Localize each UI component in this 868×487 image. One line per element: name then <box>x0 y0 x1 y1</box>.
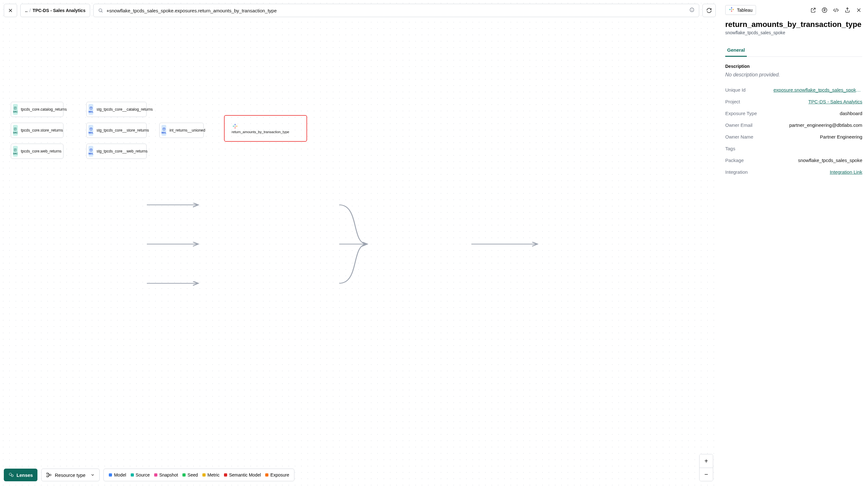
node-exposure-return-amounts[interactable]: return_amounts_by_transaction_type <box>231 123 289 134</box>
node-model-stg-web[interactable]: MDL stg_tpcds_core__web_returns <box>86 143 147 159</box>
search-info-icon[interactable] <box>689 7 694 13</box>
lineage-search-input[interactable]: +snowflake_tpcds_sales_spoke.exposures.r… <box>93 4 699 17</box>
zoom-out-button[interactable]: − <box>700 468 713 481</box>
details-subtitle: snowflake_tpcds_sales_spoke <box>725 30 862 35</box>
legend-item-metric: Metric <box>203 473 220 478</box>
tableau-icon <box>729 7 735 13</box>
node-label: int_returns__unioned <box>169 128 205 133</box>
svg-point-5 <box>9 473 12 476</box>
model-badge: MDL <box>89 125 93 136</box>
kv-owner-email: Owner Email partner_engineering@dbtlabs.… <box>725 119 862 131</box>
close-icon <box>8 8 13 13</box>
details-title: return_amounts_by_transaction_type <box>725 20 862 29</box>
legend-swatch <box>203 474 206 477</box>
node-label: return_amounts_by_transaction_type <box>231 130 289 134</box>
search-icon <box>98 8 103 13</box>
node-label: stg_tpcds_core__catalog_returns <box>96 107 153 111</box>
zoom-controls: + − <box>699 454 713 481</box>
kv-project: Project TPC-DS - Sales Analytics <box>725 96 862 107</box>
code-button[interactable] <box>833 7 839 13</box>
legend-label: Model <box>114 473 126 478</box>
node-source-catalog-returns[interactable]: SRC tpcds_core.catalog_returns <box>11 102 63 117</box>
kv-owner-name: Owner Name Partner Engineering <box>725 131 862 143</box>
refresh-button[interactable] <box>703 4 716 17</box>
legend-swatch <box>131 474 134 477</box>
source-badge: SRC <box>13 125 18 136</box>
source-badge: SRC <box>13 146 18 157</box>
svg-point-0 <box>99 9 102 12</box>
close-panel-button[interactable] <box>855 7 862 13</box>
section-description-label: Description <box>725 64 862 69</box>
share-button[interactable] <box>844 7 851 13</box>
lenses-label: Lenses <box>17 473 33 478</box>
node-exposure-selected-frame: return_amounts_by_transaction_type <box>224 115 307 142</box>
svg-point-10 <box>822 8 827 12</box>
open-external-button[interactable] <box>810 7 816 13</box>
zoom-in-button[interactable]: + <box>700 454 713 468</box>
resource-type-legend: ModelSourceSnapshotSeedMetricSemantic Mo… <box>103 468 294 481</box>
legend-item-model: Model <box>109 473 126 478</box>
legend-item-source: Source <box>131 473 150 478</box>
svg-rect-8 <box>46 476 48 477</box>
breadcrumb[interactable]: .. / TPC-DS - Sales Analytics <box>20 4 90 17</box>
legend-swatch <box>109 474 112 477</box>
legend-swatch <box>182 474 186 477</box>
legend-label: Source <box>136 473 150 478</box>
resource-type-dropdown[interactable]: Resource type <box>41 468 100 481</box>
breadcrumb-separator: / <box>30 8 31 13</box>
model-badge: MDL <box>161 125 166 136</box>
legend-label: Exposure <box>270 473 289 478</box>
svg-rect-9 <box>50 474 51 476</box>
resource-type-label: Resource type <box>55 473 86 478</box>
legend-swatch <box>154 474 157 477</box>
breadcrumb-prefix: .. <box>25 8 28 13</box>
legend-item-seed: Seed <box>182 473 198 478</box>
compass-button[interactable] <box>821 7 828 13</box>
kv-tags: Tags <box>725 143 862 154</box>
node-source-store-returns[interactable]: SRC tpcds_core.store_returns <box>11 123 63 138</box>
project-link[interactable]: TPC-DS - Sales Analytics <box>808 99 862 104</box>
integration-pill[interactable]: Tableau <box>725 5 756 15</box>
node-label: tpcds_core.catalog_returns <box>21 107 67 111</box>
node-label: tpcds_core.store_returns <box>21 128 63 133</box>
integration-link[interactable]: Integration Link <box>830 169 862 175</box>
breadcrumb-project: TPC-DS - Sales Analytics <box>33 8 86 13</box>
legend-item-exposure: Exposure <box>265 473 289 478</box>
details-panel: Tableau return_amounts_by_transaction_ty… <box>719 0 868 487</box>
node-model-stg-catalog[interactable]: MDL stg_tpcds_core__catalog_returns <box>86 102 147 117</box>
lens-icon <box>8 472 14 478</box>
unique-id-link[interactable]: exposure.snowflake_tpcds_sales_spoke… <box>773 87 862 93</box>
node-model-int-unioned[interactable]: MDL int_returns__unioned <box>159 123 204 138</box>
kv-integration: Integration Integration Link <box>725 166 862 178</box>
node-label: stg_tpcds_core__store_returns <box>96 128 149 133</box>
legend-label: Seed <box>187 473 198 478</box>
close-canvas-button[interactable] <box>4 4 17 17</box>
resource-type-icon <box>46 472 52 478</box>
svg-point-6 <box>11 475 13 477</box>
lineage-canvas[interactable]: .. / TPC-DS - Sales Analytics +snowflake… <box>0 0 719 487</box>
legend-swatch <box>265 474 269 477</box>
model-badge: MDL <box>89 146 93 157</box>
model-badge: MDL <box>89 104 93 115</box>
details-tabs: General <box>725 44 862 57</box>
legend-swatch <box>224 474 227 477</box>
refresh-icon <box>706 8 712 13</box>
legend-item-snapshot: Snapshot <box>154 473 178 478</box>
lenses-button[interactable]: Lenses <box>4 468 37 481</box>
svg-rect-7 <box>46 473 48 474</box>
legend-label: Semantic Model <box>229 473 261 478</box>
chevron-down-icon <box>90 473 95 477</box>
legend-label: Snapshot <box>159 473 178 478</box>
node-model-stg-store[interactable]: MDL stg_tpcds_core__store_returns <box>86 123 147 138</box>
node-source-web-returns[interactable]: SRC tpcds_core.web_returns <box>11 143 63 159</box>
legend-item-semantic-model: Semantic Model <box>224 473 261 478</box>
node-label: tpcds_core.web_returns <box>21 149 62 154</box>
kv-unique-id: Unique Id exposure.snowflake_tpcds_sales… <box>725 84 862 96</box>
kv-exposure-type: Exposure Type dashboard <box>725 107 862 119</box>
lineage-graph[interactable]: SRC tpcds_core.catalog_returns SRC tpcds… <box>0 0 719 487</box>
search-query-text: +snowflake_tpcds_sales_spoke.exposures.r… <box>106 8 686 13</box>
tab-general[interactable]: General <box>725 44 747 57</box>
kv-package: Package snowflake_tpcds_sales_spoke <box>725 154 862 166</box>
canvas-bottombar: Lenses Resource type ModelSourceSnapshot… <box>4 468 716 481</box>
source-badge: SRC <box>13 104 18 115</box>
